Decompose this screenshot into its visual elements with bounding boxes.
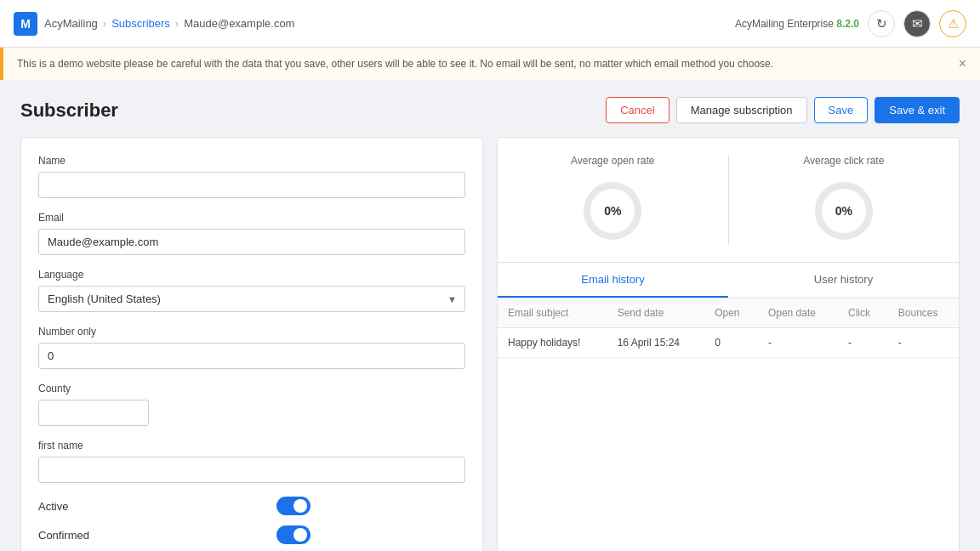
county-label: County <box>38 383 465 395</box>
name-input[interactable] <box>38 172 465 198</box>
history-tabs: Email history User history <box>498 263 959 298</box>
right-panel: Average open rate 0% Average click rate <box>497 137 960 551</box>
breadcrumb-sep-2: › <box>175 17 179 30</box>
stats-row: Average open rate 0% Average click rate <box>498 138 959 263</box>
breadcrumb-subscribers[interactable]: Subscribers <box>111 17 170 30</box>
col-send-date: Send date <box>607 298 705 328</box>
number-only-label: Number only <box>38 326 465 338</box>
tab-email-history[interactable]: Email history <box>498 263 728 298</box>
language-label: Language <box>38 269 465 281</box>
confirmed-toggle-row: Confirmed <box>38 525 311 544</box>
cell-open-date: - <box>758 328 838 358</box>
cell-bounces: - <box>888 328 959 358</box>
alert-banner: This is a demo website please be careful… <box>0 48 980 80</box>
click-rate-value: 0% <box>835 204 852 218</box>
number-only-group: Number only <box>38 326 465 369</box>
email-settings-button[interactable]: ✉ <box>903 10 931 37</box>
save-exit-button[interactable]: Save & exit <box>875 97 960 123</box>
number-only-input[interactable] <box>38 343 465 369</box>
cancel-button[interactable]: Cancel <box>606 97 669 123</box>
left-panel: Name Email Language English (United Stat… <box>20 137 483 551</box>
language-group: Language English (United States) ▼ <box>38 269 465 312</box>
active-label: Active <box>38 500 68 513</box>
active-toggle-row: Active <box>38 497 311 515</box>
tab-user-history[interactable]: User history <box>728 263 959 298</box>
email-group: Email <box>38 212 465 255</box>
email-label: Email <box>38 212 465 224</box>
open-rate-label: Average open rate <box>571 155 655 167</box>
first-name-label: first name <box>38 440 465 452</box>
table-header-row: Email subject Send date Open Open date C… <box>498 298 959 328</box>
county-group: County <box>38 383 465 426</box>
col-click: Click <box>838 298 888 328</box>
language-select[interactable]: English (United States) <box>38 286 465 312</box>
county-input[interactable] <box>38 400 149 426</box>
page-title: Subscriber <box>20 99 118 122</box>
click-rate-donut: 0% <box>810 177 878 245</box>
logo[interactable]: M <box>14 12 37 36</box>
alert-close-button[interactable]: × <box>959 56 966 71</box>
click-rate-stat: Average click rate 0% <box>729 155 960 245</box>
col-open: Open <box>704 298 758 328</box>
save-button[interactable]: Save <box>814 97 869 123</box>
header: M AcyMailing › Subscribers › Maude@examp… <box>0 0 980 48</box>
header-left: M AcyMailing › Subscribers › Maude@examp… <box>14 12 294 36</box>
cell-send-date: 16 April 15:24 <box>607 328 705 358</box>
language-select-wrap: English (United States) ▼ <box>38 286 465 312</box>
cell-subject: Happy holidays! <box>498 328 607 358</box>
name-group: Name <box>38 155 465 198</box>
col-open-date: Open date <box>758 298 838 328</box>
version-info: AcyMailing Enterprise 8.2.0 <box>735 18 859 30</box>
main-content: Subscriber Cancel Manage subscription Sa… <box>0 80 980 551</box>
col-bounces: Bounces <box>888 298 959 328</box>
table-row: Happy holidays! 16 April 15:24 0 - - - <box>498 328 959 358</box>
active-toggle[interactable] <box>276 497 311 515</box>
history-table: Email subject Send date Open Open date C… <box>498 298 959 358</box>
click-rate-label: Average click rate <box>803 155 884 167</box>
confirmed-toggle[interactable] <box>276 525 311 544</box>
page-header: Subscriber Cancel Manage subscription Sa… <box>20 97 960 123</box>
header-right: AcyMailing Enterprise 8.2.0 ↻ ✉ ⚠ <box>735 10 966 37</box>
first-name-group: first name <box>38 440 465 483</box>
open-rate-stat: Average open rate 0% <box>498 155 729 245</box>
open-rate-value: 0% <box>604 204 621 218</box>
cell-open: 0 <box>704 328 758 358</box>
breadcrumb-app: AcyMailing <box>44 17 98 30</box>
refresh-button[interactable]: ↻ <box>868 10 895 37</box>
email-input[interactable] <box>38 229 465 255</box>
warning-button[interactable]: ⚠ <box>939 10 966 37</box>
breadcrumb-email: Maude@example.com <box>184 17 294 30</box>
action-buttons: Cancel Manage subscription Save Save & e… <box>606 97 960 123</box>
cell-click: - <box>838 328 888 358</box>
alert-text: This is a demo website please be careful… <box>17 58 773 70</box>
breadcrumb-sep-1: › <box>103 17 106 30</box>
name-label: Name <box>38 155 465 167</box>
first-name-input[interactable] <box>38 457 465 483</box>
confirmed-label: Confirmed <box>38 529 89 542</box>
open-rate-donut: 0% <box>578 177 647 245</box>
breadcrumb: AcyMailing › Subscribers › Maude@example… <box>44 17 294 30</box>
col-email-subject: Email subject <box>498 298 607 328</box>
content-grid: Name Email Language English (United Stat… <box>20 137 960 551</box>
manage-subscription-button[interactable]: Manage subscription <box>676 97 807 123</box>
